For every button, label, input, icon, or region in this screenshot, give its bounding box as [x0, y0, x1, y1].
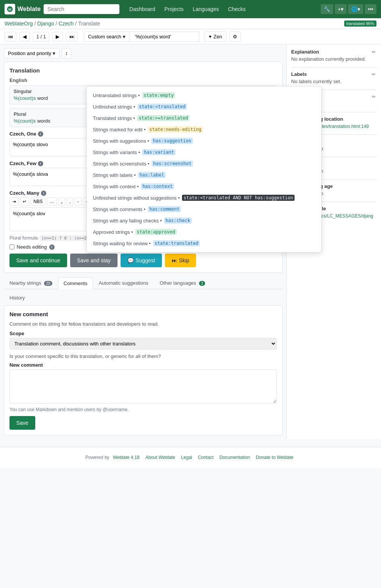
dash1-button[interactable]: -	[75, 197, 82, 206]
czech-many-info-icon: i	[41, 191, 46, 196]
needs-editing-label: Needs editing	[17, 244, 47, 250]
dropdown-item-waiting-review[interactable]: Strings waiting for review • state:trans…	[87, 238, 321, 249]
language-button[interactable]: 🌐▾	[348, 4, 363, 14]
zen-button[interactable]: ✦ Zen	[204, 32, 226, 42]
quote1-button[interactable]: „	[58, 197, 65, 206]
skip-button[interactable]: ⏭ Skip	[165, 254, 196, 267]
add-button[interactable]: +▾	[335, 4, 347, 14]
dropdown-code-comments: has:comment	[148, 206, 181, 212]
custom-search-input[interactable]	[131, 32, 199, 42]
comment-section: New comment Comment on this string for f…	[4, 305, 282, 435]
czech-few-info-icon: i	[38, 161, 43, 166]
footer-legal[interactable]: Legal	[181, 455, 192, 460]
sort-button[interactable]: ↕	[62, 48, 71, 58]
dropdown-item-screenshots[interactable]: Strings with screenshots • has:screensho…	[87, 158, 321, 169]
divider-1	[291, 67, 376, 68]
copy-button[interactable]: ⇥	[9, 197, 19, 206]
dropdown-item-comments[interactable]: Strings with comments • has:comment	[87, 203, 321, 215]
singular-highlight: %(count)s	[14, 95, 36, 101]
tabs-bar: Nearby strings 20 Comments Automatic sug…	[4, 277, 282, 289]
navbar: W Weblate Dashboard Projects Languages C…	[0, 0, 381, 18]
footer-about[interactable]: About Weblate	[146, 455, 176, 460]
scope-select[interactable]: Translation comment, discussions with ot…	[9, 338, 277, 350]
search-input[interactable]	[44, 4, 119, 14]
nav-dashboard[interactable]: Dashboard	[125, 4, 159, 14]
explanation-title: Explanation	[291, 49, 319, 55]
dropdown-item-approved[interactable]: Approved strings • state:approved	[87, 226, 321, 238]
dropdown-item-suggestions[interactable]: Strings with suggestions • has:suggestio…	[87, 135, 321, 147]
breadcrumb-bar: WeblateOrg / Django / Czech / Translate …	[0, 18, 381, 29]
save-comment-button[interactable]: Save	[9, 416, 35, 430]
custom-search-button[interactable]: Custom search ▾	[84, 32, 129, 42]
position-priority-button[interactable]: Position and priority ▾	[4, 48, 60, 58]
comment-section-title: New comment	[9, 311, 277, 317]
explanation-edit-button[interactable]: ✏	[371, 49, 376, 55]
dropdown-item-context[interactable]: Strings with context • has:context	[87, 181, 321, 192]
dropdown-item-variants[interactable]: Strings with variants • has:variant	[87, 147, 321, 158]
tab-history[interactable]: History	[4, 293, 30, 302]
insert-return-button[interactable]: ↵	[20, 197, 29, 206]
needs-editing-checkbox[interactable]	[9, 244, 14, 249]
position-priority-bar: Position and priority ▾ ↕	[4, 48, 282, 58]
dropdown-code-suggestions: has:suggestion	[151, 138, 193, 144]
action-buttons: Save and continue Save and stay 💬 Sugges…	[9, 254, 277, 267]
nav-languages[interactable]: Languages	[189, 4, 223, 14]
dropdown-item-unfinished[interactable]: Unfinished strings • state:<translated	[87, 101, 321, 112]
footer-donate[interactable]: Donate to Weblate	[256, 455, 293, 460]
dropdown-code-variants: has:variant	[142, 149, 175, 155]
translated-badge: translated 96%	[344, 20, 376, 27]
footer-weblate-link[interactable]: Weblate 4.18	[113, 455, 140, 460]
footer: Powered by Weblate 4.18 About Weblate Le…	[0, 447, 381, 468]
prev-page-button[interactable]: ◀	[19, 32, 30, 41]
brand-link[interactable]: W Weblate	[5, 4, 41, 14]
new-comment-label: New comment	[9, 362, 277, 368]
tab-automatic-suggestions[interactable]: Automatic suggestions	[93, 277, 154, 289]
custom-search-bar: Custom search ▾	[84, 32, 199, 42]
nbs-button[interactable]: NBS	[31, 197, 45, 206]
main-nav: Dashboard Projects Languages Checks	[125, 4, 249, 14]
first-page-button[interactable]: ⏮	[5, 32, 16, 41]
suggest-button[interactable]: 💬 Suggest	[121, 254, 162, 267]
tools-button[interactable]: 🔧	[321, 4, 333, 14]
more-button[interactable]: •••	[365, 4, 376, 14]
brand-icon: W	[5, 4, 15, 14]
save-continue-button[interactable]: Save and continue	[9, 254, 67, 267]
next-page-button[interactable]: ▶	[52, 32, 63, 41]
dropdown-code-failing: has:check	[164, 218, 192, 224]
dropdown-item-untranslated[interactable]: Untranslated strings • state:empty	[87, 90, 321, 101]
labels-value: No labels currently set.	[291, 79, 376, 84]
dropdown-item-needs-editing[interactable]: Strings marked for edit • state:needs-ed…	[87, 124, 321, 135]
czech-one-info-icon: i	[38, 131, 43, 137]
tab-comments[interactable]: Comments	[58, 277, 93, 289]
last-page-button[interactable]: ⏭	[66, 32, 78, 41]
tab-other-languages[interactable]: Other languages 3	[154, 277, 210, 289]
breadcrumb-org[interactable]: WeblateOrg	[5, 20, 33, 27]
dropdown-code-labels: has:label	[138, 172, 166, 178]
dropdown-item-failing-checks[interactable]: Strings with any failing checks • has:ch…	[87, 215, 321, 226]
nav-projects[interactable]: Projects	[161, 4, 188, 14]
footer-powered-by: Powered by	[85, 455, 109, 460]
flags-edit-button[interactable]: ✏	[371, 94, 376, 99]
dropdown-item-no-suggestions[interactable]: Unfinished strings without suggestions •…	[87, 192, 321, 203]
dropdown-code-translated: state:>=translated	[137, 115, 190, 121]
source-lang-label: English	[9, 77, 277, 83]
quote2-button[interactable]: ,	[67, 197, 73, 206]
translation-nav: ⏮ ◀ 1 / 1 ▶ ⏭ Custom search ▾ ✦ Zen ⚙	[0, 29, 381, 44]
dropdown-item-translated[interactable]: Translated strings • state:>=translated	[87, 112, 321, 124]
footer-docs[interactable]: Documentation	[220, 455, 250, 460]
breadcrumb-lang[interactable]: Czech	[59, 20, 74, 27]
breadcrumb: WeblateOrg / Django / Czech / Translate	[5, 20, 100, 27]
breadcrumb-project[interactable]: Django	[37, 20, 54, 27]
dropdown-code-unfinished: state:<translated	[138, 104, 187, 110]
new-comment-textarea[interactable]	[9, 369, 277, 404]
footer-contact[interactable]: Contact	[198, 455, 213, 460]
comment-description: Comment on this string for fellow transl…	[9, 321, 277, 327]
ellipsis-button[interactable]: …	[47, 197, 57, 206]
tab-nearby-strings[interactable]: Nearby strings 20	[4, 277, 58, 289]
labels-edit-button[interactable]: ✏	[371, 72, 376, 77]
nav-checks[interactable]: Checks	[224, 4, 249, 14]
display-settings-button[interactable]: ⚙	[229, 32, 241, 42]
save-stay-button[interactable]: Save and stay	[70, 254, 118, 267]
dropdown-item-labels[interactable]: Strings with labels • has:label	[87, 169, 321, 181]
dropdown-code-approved: state:approved	[135, 229, 177, 235]
